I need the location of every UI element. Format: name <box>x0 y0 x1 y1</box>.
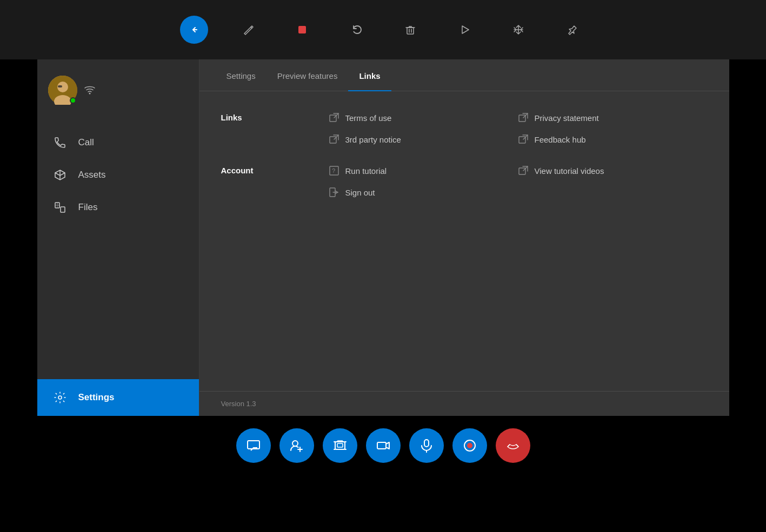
external-link-icon-5 <box>518 166 528 176</box>
sidebar-item-files[interactable]: Files <box>37 191 199 224</box>
bottom-btn-hangup[interactable] <box>496 428 530 463</box>
svg-rect-10 <box>61 207 65 212</box>
sidebar-item-settings[interactable]: Settings <box>37 379 199 416</box>
svg-text:?: ? <box>332 167 335 174</box>
bottom-btn-screenshot[interactable] <box>323 428 357 463</box>
svg-line-33 <box>508 445 510 447</box>
external-link-icon-4 <box>518 134 528 144</box>
svg-rect-15 <box>519 137 525 143</box>
link-privacy[interactable]: Privacy statement <box>518 113 708 123</box>
link-feedback-hub[interactable]: Feedback hub <box>518 134 708 144</box>
link-terms-of-use[interactable]: Terms of use <box>329 113 518 123</box>
svg-rect-12 <box>330 115 336 122</box>
bottom-btn-add-participant[interactable] <box>279 428 314 463</box>
content-area: Settings Preview features Links Links Te… <box>199 59 729 416</box>
question-icon: ? <box>329 166 339 176</box>
toolbar-btn-delete[interactable] <box>396 16 424 44</box>
avatar-status <box>70 97 76 104</box>
toolbar-btn-stop[interactable] <box>288 16 316 44</box>
svg-rect-28 <box>377 442 386 449</box>
svg-rect-14 <box>519 115 525 122</box>
bottom-toolbar <box>0 416 766 475</box>
svg-rect-7 <box>58 85 62 87</box>
link-view-tutorials[interactable]: View tutorial videos <box>518 166 708 176</box>
sidebar-item-assets[interactable]: Assets <box>37 159 199 191</box>
bottom-btn-record[interactable] <box>452 428 487 463</box>
link-privacy-label: Privacy statement <box>535 113 599 123</box>
svg-point-8 <box>89 93 90 95</box>
link-3rdparty-label: 3rd party notice <box>345 135 401 144</box>
tab-settings[interactable]: Settings <box>216 59 267 91</box>
tab-links[interactable]: Links <box>348 59 391 91</box>
link-feedbackhub-label: Feedback hub <box>535 135 586 144</box>
sidebar-item-files-label: Files <box>78 202 98 213</box>
version-bar: Version 1.3 <box>199 391 729 416</box>
sidebar-item-call[interactable]: Call <box>37 126 199 159</box>
bottom-btn-chat[interactable] <box>236 428 271 463</box>
avatar <box>48 76 77 105</box>
links-col1: Terms of use 3rd party notice <box>329 107 518 144</box>
link-3rd-party[interactable]: 3rd party notice <box>329 134 518 144</box>
svg-rect-19 <box>519 168 525 174</box>
sidebar-item-call-label: Call <box>78 137 94 148</box>
link-view-tutorials-label: View tutorial videos <box>535 166 604 176</box>
wifi-icon <box>84 84 96 96</box>
toolbar-btn-back[interactable] <box>180 16 208 44</box>
svg-point-11 <box>58 396 62 399</box>
account-col2: View tutorial videos <box>518 160 708 197</box>
link-signout-label: Sign out <box>345 188 375 197</box>
link-terms-label: Terms of use <box>345 113 392 123</box>
links-section-label: Links <box>221 107 329 144</box>
svg-point-32 <box>467 443 472 448</box>
toolbar-btn-pen[interactable] <box>234 16 262 44</box>
content-body: Links Terms of use <box>199 91 729 391</box>
external-link-icon-2 <box>329 134 339 144</box>
account-section: Account ? Run tutorial <box>221 160 708 197</box>
svg-rect-22 <box>335 442 345 449</box>
toolbar-btn-play[interactable] <box>450 16 478 44</box>
link-sign-out[interactable]: Sign out <box>329 187 518 197</box>
account-section-label: Account <box>221 160 329 197</box>
top-toolbar <box>0 0 766 59</box>
links-section: Links Terms of use <box>221 107 708 144</box>
main-area: Call Assets <box>37 59 729 416</box>
tabs: Settings Preview features Links <box>199 59 729 91</box>
sidebar-item-settings-label: Settings <box>78 392 115 403</box>
link-run-tutorial[interactable]: ? Run tutorial <box>329 166 518 176</box>
toolbar-btn-move[interactable] <box>504 16 532 44</box>
svg-rect-2 <box>407 28 414 34</box>
svg-rect-13 <box>330 137 336 143</box>
bottom-btn-mic[interactable] <box>409 428 444 463</box>
sidebar-item-assets-label: Assets <box>78 170 106 180</box>
external-link-icon <box>329 113 339 123</box>
sidebar: Call Assets <box>37 59 199 416</box>
tab-preview-features[interactable]: Preview features <box>267 59 349 91</box>
bottom-btn-video[interactable] <box>366 428 401 463</box>
svg-rect-1 <box>298 26 306 33</box>
assets-icon <box>54 169 69 181</box>
account-col1: ? Run tutorial Sign out <box>329 160 518 197</box>
link-tutorial-label: Run tutorial <box>345 166 387 176</box>
svg-rect-23 <box>337 443 343 447</box>
version-text: Version 1.3 <box>221 400 256 408</box>
signout-icon <box>329 187 339 197</box>
toolbar-btn-undo[interactable] <box>342 16 370 44</box>
sidebar-profile <box>37 59 199 116</box>
svg-point-21 <box>292 441 298 446</box>
files-icon <box>54 201 69 214</box>
sidebar-nav: Call Assets <box>37 116 199 379</box>
links-col2: Privacy statement Feedback hub <box>518 107 708 144</box>
svg-line-34 <box>516 445 518 447</box>
toolbar-btn-pin[interactable] <box>558 16 587 44</box>
svg-rect-29 <box>424 440 429 447</box>
svg-marker-3 <box>462 26 469 33</box>
phone-icon <box>54 136 69 149</box>
external-link-icon-3 <box>518 113 528 123</box>
settings-icon <box>54 391 69 404</box>
